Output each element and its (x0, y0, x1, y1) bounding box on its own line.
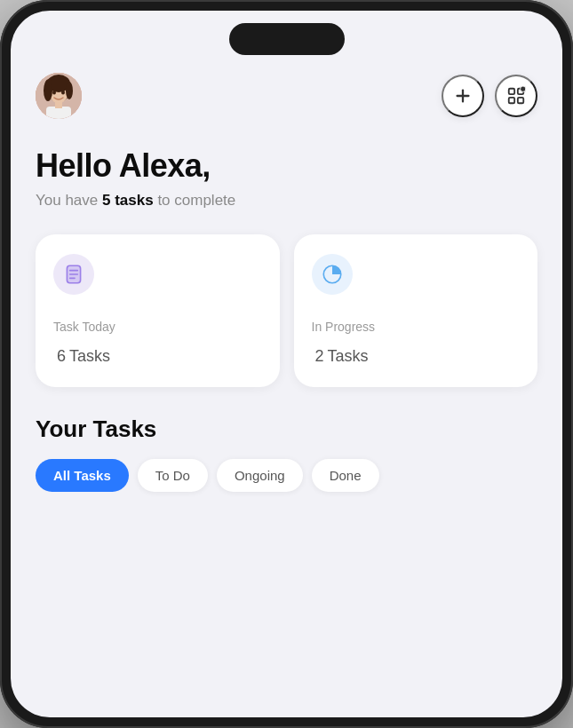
task-today-label: Task Today (53, 320, 262, 334)
svg-point-16 (521, 86, 526, 91)
subtitle-suffix: to complete (154, 192, 236, 209)
in-progress-card[interactable]: In Progress 2Tasks (294, 234, 538, 387)
task-count: 5 tasks (102, 192, 154, 209)
task-today-value: 6Tasks (53, 339, 262, 368)
subtitle-prefix: You have (36, 192, 102, 209)
screen-content: Hello Alexa, You have 5 tasks to complet… (11, 11, 562, 717)
in-progress-icon-wrapper (312, 254, 353, 295)
task-today-icon-wrapper (53, 254, 94, 295)
svg-rect-12 (509, 89, 514, 94)
svg-rect-14 (509, 98, 514, 103)
tab-all-tasks[interactable]: All Tasks (36, 459, 129, 492)
svg-rect-7 (55, 101, 62, 108)
task-today-unit: Tasks (69, 347, 110, 365)
stats-row: Task Today 6Tasks In Progress (36, 234, 537, 387)
svg-point-9 (61, 91, 65, 95)
task-today-icon (62, 263, 85, 286)
tasks-section-title: Your Tasks (36, 415, 537, 443)
add-button[interactable] (442, 75, 484, 117)
phone-frame: Hello Alexa, You have 5 tasks to complet… (0, 0, 573, 728)
tab-done[interactable]: Done (312, 459, 379, 492)
header-actions (442, 75, 537, 117)
greeting-section: Hello Alexa, You have 5 tasks to complet… (36, 147, 537, 210)
avatar[interactable] (36, 73, 82, 119)
tasks-section: Your Tasks All Tasks To Do Ongoing Done (36, 415, 537, 492)
header (36, 73, 537, 119)
in-progress-unit: Tasks (328, 347, 369, 365)
in-progress-icon (321, 263, 344, 286)
phone-screen: Hello Alexa, You have 5 tasks to complet… (11, 11, 562, 717)
in-progress-label: In Progress (312, 320, 521, 334)
svg-rect-15 (518, 98, 523, 103)
greeting-title: Hello Alexa, (36, 147, 537, 185)
menu-button[interactable] (495, 75, 537, 117)
tab-to-do[interactable]: To Do (138, 459, 208, 492)
svg-point-4 (44, 80, 52, 101)
tasks-tabs: All Tasks To Do Ongoing Done (36, 459, 537, 492)
grid-menu-icon (506, 86, 526, 106)
dynamic-island (229, 23, 345, 55)
svg-rect-6 (46, 107, 71, 119)
svg-point-5 (66, 82, 73, 99)
in-progress-value: 2Tasks (312, 339, 521, 368)
task-today-card[interactable]: Task Today 6Tasks (36, 234, 280, 387)
plus-icon (453, 86, 473, 106)
greeting-subtitle: You have 5 tasks to complete (36, 192, 537, 210)
tab-ongoing[interactable]: Ongoing (217, 459, 303, 492)
svg-point-8 (52, 91, 56, 95)
